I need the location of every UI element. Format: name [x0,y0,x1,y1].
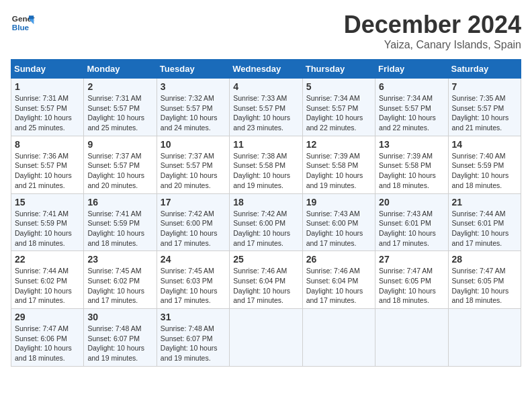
day-info: Sunrise: 7:37 AMSunset: 5:57 PMDaylight:… [87,151,152,191]
day-info: Sunrise: 7:37 AMSunset: 5:57 PMDaylight:… [161,151,226,191]
day-number: 6 [379,81,444,92]
day-number: 15 [15,197,80,208]
day-number: 16 [87,197,152,208]
day-info: Sunrise: 7:39 AMSunset: 5:58 PMDaylight:… [379,151,444,191]
calendar-cell: 4Sunrise: 7:33 AMSunset: 5:57 PMDaylight… [230,79,302,136]
calendar-cell: 2Sunrise: 7:31 AMSunset: 5:57 PMDaylight… [84,79,157,136]
day-number: 9 [87,139,152,150]
location-title: Yaiza, Canary Islands, Spain [344,39,521,51]
header: General Blue December 2024 Yaiza, Canary… [11,11,521,51]
month-title: December 2024 [344,11,521,39]
calendar-cell: 13Sunrise: 7:39 AMSunset: 5:58 PMDayligh… [375,136,448,193]
day-info: Sunrise: 7:45 AMSunset: 6:03 PMDaylight:… [161,266,226,306]
calendar-cell: 19Sunrise: 7:43 AMSunset: 6:00 PMDayligh… [302,193,375,251]
calendar-table: SundayMondayTuesdayWednesdayThursdayFrid… [11,59,521,367]
calendar-week-row: 15Sunrise: 7:41 AMSunset: 5:59 PMDayligh… [11,193,521,251]
day-number: 3 [161,81,226,92]
calendar-cell: 3Sunrise: 7:32 AMSunset: 5:57 PMDaylight… [157,79,229,136]
day-info: Sunrise: 7:33 AMSunset: 5:57 PMDaylight:… [233,93,298,133]
weekday-header-wednesday: Wednesday [230,60,302,79]
calendar-cell: 9Sunrise: 7:37 AMSunset: 5:57 PMDaylight… [84,136,157,193]
day-number: 11 [233,139,298,150]
day-number: 17 [161,197,226,208]
day-number: 13 [379,139,444,150]
calendar-week-row: 29Sunrise: 7:47 AMSunset: 6:06 PMDayligh… [11,309,521,367]
calendar-cell: 30Sunrise: 7:48 AMSunset: 6:07 PMDayligh… [84,309,157,367]
weekday-header-monday: Monday [84,60,157,79]
day-number: 27 [379,254,444,265]
calendar-cell: 8Sunrise: 7:36 AMSunset: 5:57 PMDaylight… [11,136,84,193]
calendar-cell: 31Sunrise: 7:48 AMSunset: 6:07 PMDayligh… [157,309,229,367]
svg-text:Blue: Blue [12,23,30,32]
day-number: 26 [306,254,371,265]
calendar-cell: 15Sunrise: 7:41 AMSunset: 5:59 PMDayligh… [11,193,84,251]
day-number: 18 [233,197,298,208]
day-info: Sunrise: 7:48 AMSunset: 6:07 PMDaylight:… [161,324,226,363]
calendar-cell: 25Sunrise: 7:46 AMSunset: 6:04 PMDayligh… [230,251,302,309]
day-info: Sunrise: 7:35 AMSunset: 5:57 PMDaylight:… [452,93,517,133]
day-info: Sunrise: 7:47 AMSunset: 6:05 PMDaylight:… [452,266,517,306]
calendar-cell: 11Sunrise: 7:38 AMSunset: 5:58 PMDayligh… [230,136,302,193]
day-info: Sunrise: 7:39 AMSunset: 5:58 PMDaylight:… [306,151,371,191]
day-info: Sunrise: 7:41 AMSunset: 5:59 PMDaylight:… [87,209,152,248]
calendar-week-row: 22Sunrise: 7:44 AMSunset: 6:02 PMDayligh… [11,251,521,309]
day-info: Sunrise: 7:31 AMSunset: 5:57 PMDaylight:… [15,93,80,133]
day-number: 5 [306,81,371,92]
calendar-cell [230,309,302,367]
calendar-cell: 18Sunrise: 7:42 AMSunset: 6:00 PMDayligh… [230,193,302,251]
calendar-cell: 23Sunrise: 7:45 AMSunset: 6:02 PMDayligh… [84,251,157,309]
weekday-header-friday: Friday [375,60,448,79]
day-number: 20 [379,197,444,208]
day-info: Sunrise: 7:38 AMSunset: 5:58 PMDaylight:… [233,151,298,191]
calendar-cell: 28Sunrise: 7:47 AMSunset: 6:05 PMDayligh… [448,251,521,309]
calendar-cell: 21Sunrise: 7:44 AMSunset: 6:01 PMDayligh… [448,193,521,251]
day-number: 10 [161,139,226,150]
day-number: 2 [87,81,152,92]
day-number: 25 [233,254,298,265]
calendar-cell: 17Sunrise: 7:42 AMSunset: 6:00 PMDayligh… [157,193,229,251]
calendar-cell: 29Sunrise: 7:47 AMSunset: 6:06 PMDayligh… [11,309,84,367]
calendar-cell: 10Sunrise: 7:37 AMSunset: 5:57 PMDayligh… [157,136,229,193]
weekday-header-sunday: Sunday [11,60,84,79]
calendar-cell [302,309,375,367]
day-info: Sunrise: 7:48 AMSunset: 6:07 PMDaylight:… [87,324,152,363]
day-number: 28 [452,254,517,265]
calendar-cell: 27Sunrise: 7:47 AMSunset: 6:05 PMDayligh… [375,251,448,309]
calendar-cell: 5Sunrise: 7:34 AMSunset: 5:57 PMDaylight… [302,79,375,136]
day-info: Sunrise: 7:31 AMSunset: 5:57 PMDaylight:… [87,93,152,133]
day-info: Sunrise: 7:47 AMSunset: 6:06 PMDaylight:… [15,324,80,363]
day-info: Sunrise: 7:46 AMSunset: 6:04 PMDaylight:… [306,266,371,306]
day-number: 21 [452,197,517,208]
weekday-header-tuesday: Tuesday [157,60,229,79]
day-number: 1 [15,81,80,92]
calendar-cell [448,309,521,367]
day-number: 23 [87,254,152,265]
day-info: Sunrise: 7:44 AMSunset: 6:01 PMDaylight:… [452,209,517,248]
calendar-cell: 14Sunrise: 7:40 AMSunset: 5:59 PMDayligh… [448,136,521,193]
day-info: Sunrise: 7:40 AMSunset: 5:59 PMDaylight:… [452,151,517,191]
weekday-header-saturday: Saturday [448,60,521,79]
title-block: December 2024 Yaiza, Canary Islands, Spa… [344,11,521,51]
day-info: Sunrise: 7:42 AMSunset: 6:00 PMDaylight:… [233,209,298,248]
calendar-cell: 26Sunrise: 7:46 AMSunset: 6:04 PMDayligh… [302,251,375,309]
day-number: 29 [15,312,80,322]
calendar-week-row: 8Sunrise: 7:36 AMSunset: 5:57 PMDaylight… [11,136,521,193]
calendar-cell: 24Sunrise: 7:45 AMSunset: 6:03 PMDayligh… [157,251,229,309]
calendar-cell [375,309,448,367]
day-number: 30 [87,312,152,322]
day-info: Sunrise: 7:34 AMSunset: 5:57 PMDaylight:… [379,93,444,133]
calendar-cell: 6Sunrise: 7:34 AMSunset: 5:57 PMDaylight… [375,79,448,136]
day-info: Sunrise: 7:36 AMSunset: 5:57 PMDaylight:… [15,151,80,191]
day-number: 19 [306,197,371,208]
day-info: Sunrise: 7:46 AMSunset: 6:04 PMDaylight:… [233,266,298,306]
day-info: Sunrise: 7:43 AMSunset: 6:01 PMDaylight:… [379,209,444,248]
logo: General Blue [11,11,35,35]
day-info: Sunrise: 7:41 AMSunset: 5:59 PMDaylight:… [15,209,80,248]
calendar-week-row: 1Sunrise: 7:31 AMSunset: 5:57 PMDaylight… [11,79,521,136]
calendar-cell: 12Sunrise: 7:39 AMSunset: 5:58 PMDayligh… [302,136,375,193]
calendar-cell: 20Sunrise: 7:43 AMSunset: 6:01 PMDayligh… [375,193,448,251]
calendar-cell: 22Sunrise: 7:44 AMSunset: 6:02 PMDayligh… [11,251,84,309]
calendar-cell: 7Sunrise: 7:35 AMSunset: 5:57 PMDaylight… [448,79,521,136]
day-info: Sunrise: 7:43 AMSunset: 6:00 PMDaylight:… [306,209,371,248]
day-number: 8 [15,139,80,150]
